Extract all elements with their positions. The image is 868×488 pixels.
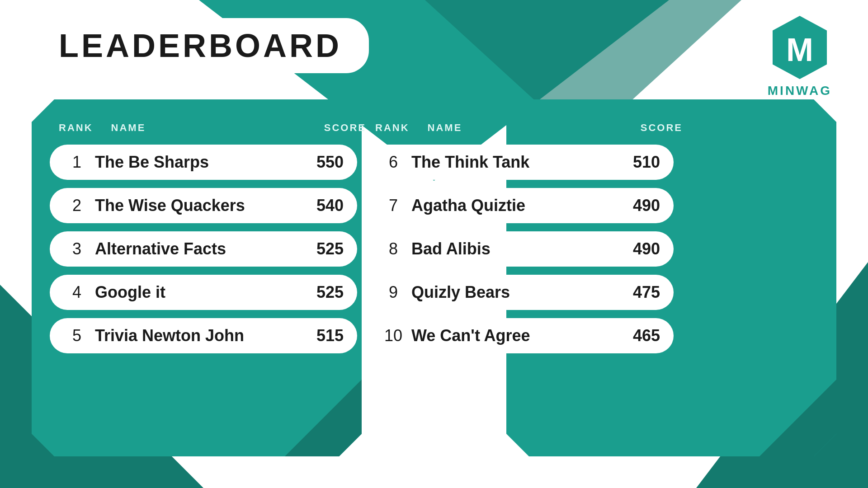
left-header-rank: RANK [59, 122, 93, 134]
rank-cell: 5 [63, 326, 90, 345]
name-cell: Trivia Newton John [95, 326, 316, 345]
name-cell: Google it [95, 283, 316, 302]
right-header-name: NAME [428, 122, 462, 134]
score-cell: 490 [633, 239, 660, 258]
name-cell: Alternative Facts [95, 239, 316, 258]
rank-cell: 4 [63, 283, 90, 302]
right-header-score: SCORE [641, 122, 683, 134]
table-row: 8 Bad Alibis 490 [366, 231, 674, 267]
name-cell: Agatha Quiztie [411, 196, 633, 215]
right-header-rank: RANK [375, 122, 410, 134]
table-row: 2 The Wise Quackers 540 [50, 188, 357, 223]
score-cell: 515 [316, 326, 344, 345]
score-cell: 510 [633, 153, 660, 172]
left-col-headers: RANK NAME SCORE [59, 122, 366, 134]
title-box: LEADERBOARD [32, 18, 369, 73]
left-leaderboard: 1 The Be Sharps 550 2 The Wise Quackers … [50, 145, 357, 353]
name-cell: The Wise Quackers [95, 196, 316, 215]
table-row: 10 We Can't Agree 465 [366, 318, 674, 353]
score-cell: 540 [316, 196, 344, 215]
table-row: 6 The Think Tank 510 [366, 145, 674, 180]
table-row: 1 The Be Sharps 550 [50, 145, 357, 180]
table-row: 9 Quizly Bears 475 [366, 275, 674, 310]
score-cell: 525 [316, 283, 344, 302]
table-row: 5 Trivia Newton John 515 [50, 318, 357, 353]
rank-cell: 2 [63, 196, 90, 215]
right-leaderboard: 6 The Think Tank 510 7 Agatha Quiztie 49… [366, 145, 674, 353]
table-row: 4 Google it 525 [50, 275, 357, 310]
rank-cell: 1 [63, 153, 90, 172]
name-cell: Bad Alibis [411, 239, 633, 258]
rank-cell: 7 [380, 196, 407, 215]
left-header-score: SCORE [324, 122, 366, 134]
name-cell: The Be Sharps [95, 153, 316, 172]
left-header-name: NAME [111, 122, 146, 134]
right-col-headers: RANK NAME SCORE [375, 122, 683, 134]
rank-cell: 6 [380, 153, 407, 172]
score-cell: 465 [633, 326, 660, 345]
svg-text:M: M [786, 32, 813, 68]
rank-cell: 3 [63, 239, 90, 258]
table-row: 3 Alternative Facts 525 [50, 231, 357, 267]
rank-cell: 8 [380, 239, 407, 258]
score-cell: 475 [633, 283, 660, 302]
page-title: LEADERBOARD [59, 28, 342, 64]
rank-cell: 10 [380, 326, 407, 345]
name-cell: We Can't Agree [411, 326, 633, 345]
score-cell: 490 [633, 196, 660, 215]
logo-icon: M [770, 14, 829, 81]
name-cell: Quizly Bears [411, 283, 633, 302]
rank-cell: 9 [380, 283, 407, 302]
logo-label: MINWAG [768, 84, 832, 98]
logo-container: M MINWAG [768, 14, 832, 98]
score-cell: 525 [316, 239, 344, 258]
table-row: 7 Agatha Quiztie 490 [366, 188, 674, 223]
name-cell: The Think Tank [411, 153, 633, 172]
score-cell: 550 [316, 153, 344, 172]
